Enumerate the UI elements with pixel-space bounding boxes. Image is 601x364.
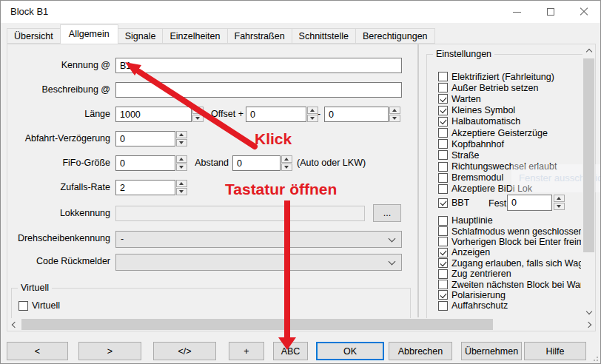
settings-checkbox[interactable] <box>438 106 448 115</box>
settings-checkbox[interactable] <box>438 280 448 289</box>
minimize-button[interactable] <box>500 1 534 23</box>
spinner-down-icon[interactable] <box>281 164 292 171</box>
settings-checkbox-row[interactable]: Elektrifiziert (Fahrleitung) <box>438 71 581 82</box>
spinner-up-icon[interactable] <box>307 107 318 114</box>
settings-checkbox-row[interactable]: Auffahrschutz <box>438 300 581 311</box>
settings-checkbox[interactable] <box>438 269 448 279</box>
tab-fahrstrassen[interactable]: Fahrstraßen <box>227 28 292 44</box>
horizontal-scrollbar[interactable] <box>7 318 595 331</box>
settings-checkbox[interactable] <box>438 237 448 246</box>
beschreibung-input[interactable] <box>115 82 402 98</box>
horizontal-scrollbar-thumb[interactable] <box>21 319 493 330</box>
vertical-scrollbar[interactable] <box>582 44 595 318</box>
code-rueckmelder-dropdown[interactable] <box>115 254 402 271</box>
spinner-up-icon[interactable] <box>554 195 565 202</box>
abstand-input[interactable] <box>232 155 281 171</box>
tab-uebersicht[interactable]: Übersicht <box>7 28 61 44</box>
settings-checkbox-row[interactable]: Kopfbahnhof <box>438 138 581 149</box>
footer-button-next[interactable]: > <box>78 342 141 360</box>
scrollbar-up-button[interactable] <box>582 44 595 57</box>
settings-checkbox-row[interactable]: Vorherigen Block bei Enter freime <box>438 237 581 247</box>
laenge-input[interactable] <box>115 107 192 122</box>
fifo-groesse-input[interactable] <box>115 155 175 171</box>
settings-checkbox[interactable] <box>438 150 448 160</box>
offset-minus-input[interactable] <box>324 107 389 122</box>
scrollbar-right-button[interactable] <box>582 318 595 331</box>
spinner-down-icon[interactable] <box>176 188 187 195</box>
spinner-up-icon[interactable] <box>176 131 187 138</box>
settings-checkbox[interactable] <box>438 173 448 183</box>
settings-checkbox[interactable] <box>438 162 448 172</box>
virtuell-checkbox[interactable] <box>19 301 28 311</box>
footer-button-code[interactable]: </> <box>153 342 216 360</box>
settings-checkbox[interactable] <box>438 226 448 236</box>
spinner-down-icon[interactable] <box>554 203 565 210</box>
settings-checkbox-row[interactable]: Zugang erlauben, falls sich Wage <box>438 258 581 269</box>
scrollbar-left-button[interactable] <box>7 318 20 331</box>
settings-checkbox-row[interactable]: Außer Betrieb setzen <box>438 82 581 93</box>
abstand-spinner[interactable] <box>281 155 292 171</box>
offset-plus-input[interactable] <box>246 107 306 122</box>
zufalls-spinner[interactable] <box>176 180 187 195</box>
vertical-scrollbar-thumb[interactable] <box>583 58 594 252</box>
settings-checkbox-row[interactable]: Straße <box>438 149 581 161</box>
settings-checkbox-row[interactable]: Zug zentrieren <box>438 269 581 279</box>
help-button[interactable]: Hilfe <box>524 342 586 360</box>
apply-button[interactable]: Übernehmen <box>461 342 522 360</box>
resize-grip[interactable] <box>592 355 598 361</box>
abfahrt-verzoegerung-input[interactable] <box>115 131 175 146</box>
spinner-down-icon[interactable] <box>176 164 187 171</box>
abfahrt-spinner[interactable] <box>176 131 187 146</box>
settings-checkbox[interactable] <box>438 248 448 257</box>
maximize-button[interactable] <box>534 1 567 23</box>
footer-button-plus[interactable]: + <box>229 342 264 360</box>
scrollbar-down-button[interactable] <box>582 306 595 318</box>
spinner-down-icon[interactable] <box>192 115 204 122</box>
tab-schnittstelle[interactable]: Schnittstelle <box>292 28 356 44</box>
settings-checkbox[interactable] <box>438 128 448 138</box>
settings-checkbox-row[interactable]: Akzeptiere Geisterzüge <box>438 127 581 138</box>
offset-minus-spinner[interactable] <box>389 107 400 122</box>
tab-berechtigungen[interactable]: Berechtigungen <box>355 28 435 44</box>
drehscheibenkennung-dropdown[interactable]: - <box>115 231 402 248</box>
footer-button-abc[interactable]: ABC <box>273 342 308 360</box>
spinner-up-icon[interactable] <box>176 155 187 163</box>
laenge-spinner[interactable] <box>192 107 204 122</box>
settings-checkbox[interactable] <box>438 72 448 81</box>
virtuell-checkbox-row[interactable]: Virtuell <box>19 300 60 311</box>
bbt-checkbox-row[interactable]: BBT <box>438 198 469 208</box>
settings-checkbox[interactable] <box>438 258 448 268</box>
ok-button[interactable]: OK <box>316 342 384 360</box>
fest-input[interactable] <box>507 195 552 211</box>
footer-button-prev[interactable]: < <box>7 342 68 360</box>
spinner-up-icon[interactable] <box>176 180 187 187</box>
spinner-down-icon[interactable] <box>307 115 318 122</box>
settings-checkbox[interactable] <box>438 94 448 104</box>
settings-checkbox-row[interactable]: Anzeigen <box>438 247 581 257</box>
bbt-checkbox[interactable] <box>438 198 448 208</box>
tab-einzelheiten[interactable]: Einzelheiten <box>162 28 227 44</box>
settings-checkbox-row[interactable]: Halbautomatisch <box>438 116 581 127</box>
settings-checkbox-row[interactable]: Kleines Symbol <box>438 105 581 116</box>
settings-checkbox-row[interactable]: Hauptlinie <box>438 215 581 226</box>
settings-checkbox-row[interactable]: Warten <box>438 93 581 104</box>
spinner-up-icon[interactable] <box>281 155 292 163</box>
settings-checkbox[interactable] <box>438 290 448 300</box>
fest-spinner[interactable] <box>554 195 565 211</box>
spinner-up-icon[interactable] <box>389 107 400 114</box>
tab-signale[interactable]: Signale <box>118 28 164 44</box>
cancel-button[interactable]: Abbrechen <box>389 342 452 360</box>
zufalls-rate-input[interactable] <box>115 180 175 195</box>
offset-plus-spinner[interactable] <box>307 107 318 122</box>
close-button[interactable] <box>567 1 600 23</box>
settings-checkbox-row[interactable]: Schlafmodus wenn geschlossen <box>438 226 581 236</box>
kennung-input[interactable] <box>115 58 402 73</box>
settings-checkbox[interactable] <box>438 139 448 149</box>
settings-checkbox[interactable] <box>438 184 448 194</box>
tab-allgemein[interactable]: Allgemein <box>60 24 118 44</box>
spinner-down-icon[interactable] <box>389 115 400 122</box>
settings-checkbox-row[interactable]: Polarisierung <box>438 290 581 300</box>
settings-checkbox-row[interactable]: Zweiten nächsten Block bei Warte <box>438 279 581 289</box>
spinner-up-icon[interactable] <box>192 107 204 114</box>
panel-splitter[interactable] <box>417 44 419 317</box>
